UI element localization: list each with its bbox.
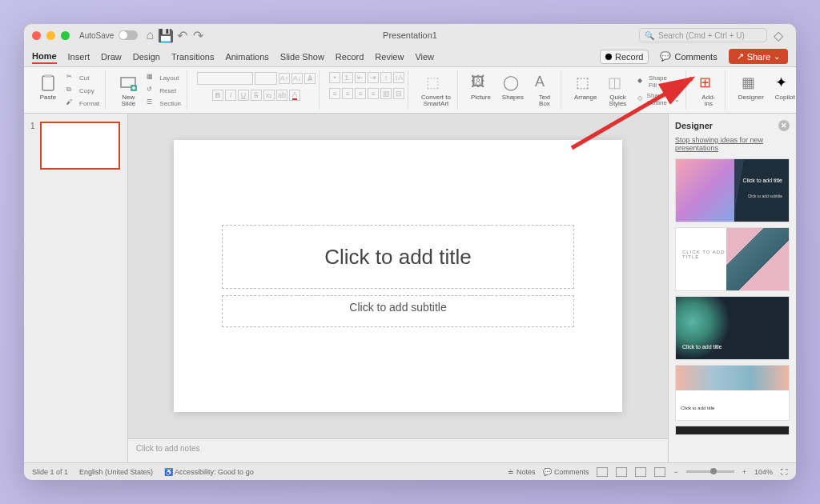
maximize-icon[interactable] — [61, 31, 70, 40]
section-icon: ☰ — [147, 98, 156, 108]
section-button[interactable]: ☰Section — [144, 98, 183, 109]
sorter-view-button[interactable] — [616, 467, 627, 477]
close-icon[interactable] — [32, 31, 41, 40]
tab-record[interactable]: Record — [336, 50, 364, 63]
subscript-button[interactable]: x₂ — [263, 90, 275, 101]
align-right-button[interactable]: ≡ — [355, 88, 366, 99]
convert-smartart-button[interactable]: ⬚ Convert to SmartArt — [418, 72, 454, 109]
picture-button[interactable]: 🖼Picture — [468, 72, 494, 109]
design-idea[interactable] — [675, 426, 790, 435]
zoom-in-button[interactable]: + — [742, 468, 746, 476]
copilot-button[interactable]: ✦Copilot — [772, 72, 796, 102]
format-painter-button[interactable]: 🖌Format — [64, 98, 102, 109]
tab-home[interactable]: Home — [32, 50, 57, 64]
tab-draw[interactable]: Draw — [101, 50, 122, 63]
quick-styles-button[interactable]: ◫Quick Styles — [605, 72, 630, 109]
svg-rect-1 — [45, 74, 51, 78]
subtitle-placeholder[interactable]: Click to add subtitle — [222, 295, 574, 327]
notes-pane[interactable]: Click to add notes — [128, 438, 668, 462]
close-pane-button[interactable]: ✕ — [778, 120, 790, 131]
redo-icon[interactable]: ↷ — [192, 30, 203, 41]
slide-thumbnail[interactable]: 1 — [30, 122, 121, 170]
designer-button[interactable]: ▦Designer — [735, 72, 767, 102]
tab-view[interactable]: View — [415, 50, 434, 63]
numbering-button[interactable]: 1. — [342, 72, 353, 83]
ribbon-options-icon[interactable]: ◇ — [774, 28, 788, 42]
textbox-icon: A — [535, 74, 554, 93]
design-idea[interactable]: CLICK TO ADD TITLE — [675, 227, 790, 291]
align-text-button[interactable]: ⊟ — [393, 88, 404, 99]
thumbnail-pane[interactable]: 1 — [24, 114, 128, 462]
italic-button[interactable]: I — [225, 90, 236, 101]
record-button[interactable]: Record — [600, 50, 649, 64]
language-indicator[interactable]: English (United States) — [79, 468, 153, 476]
arrange-button[interactable]: ⬚Arrange — [571, 72, 600, 109]
slide-canvas[interactable]: Click to add title Click to add subtitle — [174, 140, 622, 412]
zoom-out-button[interactable]: − — [673, 468, 677, 476]
font-family-input[interactable] — [197, 72, 253, 85]
zoom-level[interactable]: 104% — [754, 468, 773, 476]
columns-button[interactable]: ▥ — [380, 88, 392, 99]
line-spacing-button[interactable]: ↕ — [380, 72, 392, 83]
indent-dec-button[interactable]: ⇤ — [355, 72, 366, 83]
zoom-slider[interactable] — [686, 470, 734, 473]
save-icon[interactable]: 💾 — [160, 30, 171, 41]
design-ideas-list[interactable]: Click to add title Click to add subtitle… — [675, 158, 790, 435]
increase-font-button[interactable]: A↑ — [279, 73, 290, 84]
text-direction-button[interactable]: ↕A — [393, 72, 404, 83]
comments-button[interactable]: 💬Comments — [655, 50, 722, 63]
slide-indicator[interactable]: Slide 1 of 1 — [32, 468, 68, 476]
tab-slideshow[interactable]: Slide Show — [280, 50, 324, 63]
underline-button[interactable]: U — [238, 90, 249, 101]
share-button[interactable]: ↗Share — [729, 49, 788, 64]
comments-sb-button[interactable]: 💬 Comments — [543, 468, 589, 476]
search-input[interactable]: 🔍 Search (Cmd + Ctrl + U) — [639, 28, 767, 42]
reading-view-button[interactable] — [635, 467, 646, 477]
shape-outline-button[interactable]: ◇Shape Outline⌄ — [635, 91, 681, 107]
copy-button[interactable]: ⧉Copy — [64, 85, 102, 96]
cut-button[interactable]: ✂Cut — [64, 72, 102, 83]
notes-button[interactable]: ≐ Notes — [508, 468, 535, 476]
title-placeholder[interactable]: Click to add title — [222, 225, 574, 289]
fit-window-button[interactable]: ⛶ — [781, 468, 788, 476]
decrease-font-button[interactable]: A↓ — [291, 73, 303, 84]
normal-view-button[interactable] — [597, 467, 608, 477]
autosave-toggle[interactable]: AutoSave — [79, 30, 138, 40]
font-color-button[interactable]: A — [289, 90, 300, 101]
clear-format-button[interactable]: A̷ — [304, 73, 316, 84]
design-idea[interactable]: Click to add title — [675, 365, 790, 421]
tab-insert[interactable]: Insert — [68, 50, 90, 63]
indent-inc-button[interactable]: ⇥ — [368, 72, 379, 83]
new-slide-button[interactable]: New Slide — [115, 72, 141, 109]
bold-button[interactable]: B — [212, 90, 223, 101]
switch-icon[interactable] — [119, 30, 138, 40]
tab-design[interactable]: Design — [133, 50, 160, 63]
stop-ideas-link[interactable]: Stop showing ideas for new presentations — [675, 136, 790, 152]
bullets-button[interactable]: • — [329, 72, 340, 83]
reset-button[interactable]: ↺Reset — [144, 85, 183, 96]
highlight-button[interactable]: ab — [276, 90, 287, 101]
accessibility-indicator[interactable]: ♿ Accessibility: Good to go — [164, 468, 254, 476]
tab-transitions[interactable]: Transitions — [171, 50, 214, 63]
design-idea[interactable]: Click to add title — [675, 296, 790, 360]
canvas-area[interactable]: Click to add title Click to add subtitle — [128, 114, 668, 438]
shapes-button[interactable]: ◯Shapes — [499, 72, 527, 109]
shape-fill-button[interactable]: ◆Shape Fill⌄ — [635, 74, 681, 90]
tab-animations[interactable]: Animations — [225, 50, 268, 63]
undo-icon[interactable]: ↶ — [176, 30, 187, 41]
addins-button[interactable]: ⊞Add-ins — [696, 72, 722, 109]
home-icon[interactable]: ⌂ — [144, 30, 155, 41]
align-center-button[interactable]: ≡ — [342, 88, 353, 99]
font-size-input[interactable] — [255, 72, 277, 85]
textbox-button[interactable]: AText Box — [532, 72, 557, 109]
thumbnail-preview[interactable] — [40, 122, 120, 170]
minimize-icon[interactable] — [46, 31, 55, 40]
tab-review[interactable]: Review — [375, 50, 404, 63]
justify-button[interactable]: ≡ — [368, 88, 379, 99]
slideshow-view-button[interactable] — [654, 467, 665, 477]
layout-button[interactable]: ▦Layout — [144, 72, 183, 83]
strike-button[interactable]: S̶ — [251, 90, 262, 101]
design-idea[interactable]: Click to add title Click to add subtitle — [675, 158, 790, 222]
paste-button[interactable]: Paste — [35, 72, 61, 109]
align-left-button[interactable]: ≡ — [329, 88, 340, 99]
